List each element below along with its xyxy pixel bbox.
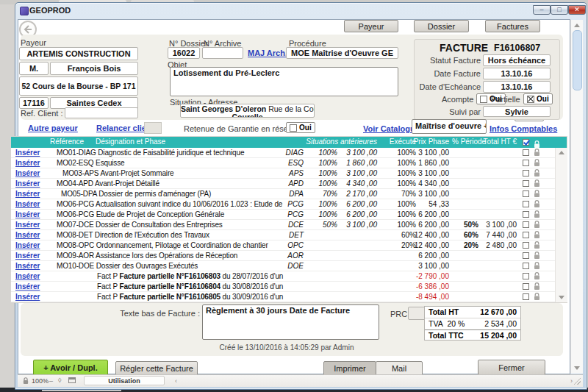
row-checkbox[interactable] [523, 293, 529, 300]
inserer-link[interactable]: Insérer [15, 168, 49, 178]
inserer-link[interactable]: Insérer [15, 179, 49, 188]
nav-factures-button[interactable]: Factures [485, 20, 540, 32]
objet-textarea[interactable]: Lotissement du Pré-Leclerc [170, 67, 398, 96]
zoom-level[interactable]: 100% [32, 377, 49, 385]
payer-contact-field[interactable]: François Bois [50, 62, 138, 75]
col-header-situations[interactable]: Situations antérieures [290, 138, 377, 146]
inserer-link[interactable]: Insérer [15, 158, 49, 168]
infos-comptables-link[interactable]: Infos Comptables [490, 124, 557, 133]
row-checkbox[interactable] [523, 190, 529, 197]
table-row[interactable]: Insérer MO07-DCE Dossier de Consultation… [11, 220, 567, 230]
inserer-link[interactable]: Insérer [15, 199, 49, 209]
window-scrollbar[interactable] [570, 20, 583, 374]
table-scrollbar[interactable] [555, 148, 567, 302]
payer-zip-field[interactable]: 17116 [19, 97, 49, 109]
row-checkbox[interactable] [523, 160, 529, 166]
utilisation-tab[interactable]: Utilisation [84, 376, 165, 385]
scroll-up-icon[interactable] [574, 24, 580, 27]
table-row[interactable]: Insérer MO09-AOR Assistance lors des Opé… [11, 251, 567, 261]
fermer-button[interactable]: Fermer [478, 360, 545, 375]
procedure-field[interactable]: MOE Maîtrise d'Oeuvre GE [286, 47, 398, 59]
col-header-total[interactable]: Total HT € [474, 138, 517, 146]
retenue-oui-toggle[interactable]: Oui [286, 122, 315, 133]
date-echeance-field[interactable]: 13.10.16 [483, 81, 551, 93]
inserer-link[interactable]: Insérer [15, 261, 49, 271]
table-row[interactable]: Insérer MO06-PCG Actualisation suivant i… [11, 199, 567, 210]
inserer-link[interactable]: Insérer [15, 240, 49, 250]
ref-client-field[interactable] [65, 107, 138, 118]
window-mode-icon[interactable] [68, 377, 76, 385]
inserer-link[interactable]: Insérer [15, 220, 49, 229]
statut-field[interactable]: Hors échéance [483, 54, 551, 66]
row-checkbox[interactable] [523, 180, 529, 187]
num-dossier-field[interactable]: 16022 [168, 47, 200, 59]
num-archive-field[interactable] [202, 47, 243, 59]
row-checkbox[interactable] [523, 242, 529, 249]
inserer-link[interactable]: Insérer [15, 148, 49, 157]
row-checkbox[interactable] [523, 283, 529, 290]
row-checkbox[interactable] [523, 170, 529, 177]
zoom-out-icon[interactable]: – [49, 377, 53, 385]
pane-scroll-left-icon[interactable]: ‹ [175, 377, 177, 385]
payer-civility-field[interactable]: M. [19, 62, 49, 75]
row-checkbox[interactable] [523, 201, 529, 207]
table-row[interactable]: Insérer MO04-APD Avant-Projet Détaillé A… [11, 179, 567, 189]
table-row[interactable]: Insérer MO05-DPA Dossier de permis d'amé… [11, 189, 567, 199]
texte-bas-textarea[interactable]: Règlement à 30 jours Date de Facture [202, 304, 379, 340]
regler-facture-button[interactable]: Régler cette Facture [115, 361, 198, 376]
table-row[interactable]: Insérer MO02-ESQ Esquisse ESQ 100% 1 860… [11, 158, 567, 168]
maj-arch-link[interactable]: MAJ Arch. [248, 49, 287, 57]
table-row[interactable]: Insérer Fact P Facture partielle N°F1610… [11, 292, 567, 302]
situation-field[interactable]: Saint Georges D'oleron Rue de la Couarde… [180, 104, 315, 118]
suivi-field[interactable]: Sylvie [483, 106, 551, 117]
table-row[interactable]: Insérer Fact P Facture partielle N°F1610… [11, 271, 567, 282]
inserer-link[interactable]: Insérer [15, 292, 49, 302]
row-checkbox[interactable] [523, 232, 529, 238]
table-row[interactable]: Insérer MO06-PCG Etude de Projet de Conc… [11, 210, 567, 220]
row-checkbox[interactable] [523, 211, 529, 218]
table-row[interactable]: Insérer MO01-DIAG Diagnostic de Faisabil… [11, 148, 567, 158]
row-checkbox[interactable] [523, 149, 529, 156]
table-row[interactable]: Insérer MO03-APS Avant-Projet Sommaire A… [11, 168, 567, 179]
catalogue-select[interactable]: Maîtrise d'oeuvre + [412, 119, 487, 134]
col-header-reference[interactable]: Référence [40, 138, 93, 146]
zoom-fit-icon[interactable]: ◊ [58, 377, 61, 384]
payer-address-field[interactable]: 52 Cours de la Bourse - BP 171 [19, 76, 138, 96]
maximize-button[interactable]: □ [551, 5, 568, 15]
inserer-link[interactable]: Insérer [15, 189, 49, 199]
scroll-down-icon[interactable] [574, 366, 580, 370]
row-checkbox[interactable] [523, 252, 529, 259]
pane-scroll-right-icon[interactable]: › [570, 377, 573, 385]
scrollbar-thumb[interactable] [573, 30, 582, 90]
nav-dossier-button[interactable]: Dossier [414, 20, 469, 32]
autre-payeur-link[interactable]: Autre payeur [28, 124, 78, 132]
imprimer-button[interactable]: Imprimer [323, 361, 376, 376]
payer-company-field[interactable]: ARTEMIS CONSTRUCTION [19, 47, 138, 60]
inserer-link[interactable]: Insérer [15, 210, 49, 219]
inserer-link[interactable]: Insérer [15, 230, 49, 240]
inserer-link[interactable]: Insérer [15, 271, 49, 281]
table-scroll-up-icon[interactable] [559, 151, 564, 154]
relance-count-box[interactable] [144, 122, 162, 134]
tva-rate[interactable]: 20 % [448, 319, 465, 328]
row-checkbox[interactable] [523, 221, 529, 228]
col-header-prix[interactable]: Prix Phase [408, 138, 449, 146]
resize-grip-icon[interactable] [574, 378, 581, 385]
row-checkbox[interactable] [523, 273, 529, 279]
table-row[interactable]: Insérer Fact P Facture partielle N°F1610… [11, 282, 567, 292]
col-header-designation[interactable]: Désignation et Phase [96, 138, 165, 146]
row-checkbox[interactable] [523, 263, 529, 269]
nav-payeur-button[interactable]: Payeur [344, 20, 398, 32]
table-row[interactable]: Insérer MO08-DET Direction de l'Exécutio… [11, 230, 567, 240]
mail-button[interactable]: Mail [376, 361, 423, 376]
table-row[interactable]: Insérer MO08-OPC Ordonnancement, Pilotag… [11, 240, 567, 251]
table-row[interactable]: Insérer MO10-DOE Dossier des Ouvrages Ex… [11, 261, 567, 271]
table-scroll-down-icon[interactable] [559, 296, 564, 299]
avoir-dupl-button[interactable]: + Avoir / Dupl. [33, 360, 108, 376]
date-facture-field[interactable]: 13.10.16 [483, 68, 551, 79]
inserer-link[interactable]: Insérer [15, 251, 49, 260]
header-select-all-checkbox[interactable] [523, 139, 529, 146]
inserer-link[interactable]: Insérer [15, 282, 49, 291]
minimize-button[interactable]: – [533, 5, 551, 15]
close-button[interactable]: ✕ [568, 5, 586, 15]
